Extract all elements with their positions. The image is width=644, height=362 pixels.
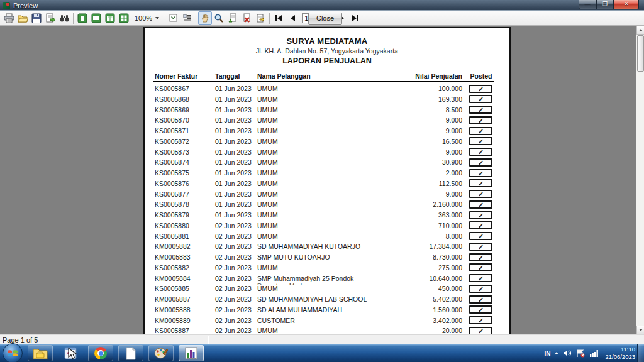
action-center-flag-icon[interactable] bbox=[576, 349, 585, 358]
screen: Preview — ❐ ✕ bbox=[0, 0, 644, 362]
toolbar-separator bbox=[196, 13, 196, 24]
view-two-pages-button[interactable] bbox=[103, 11, 117, 25]
posted-checkbox[interactable]: ✓ bbox=[469, 253, 492, 261]
page-settings-button[interactable] bbox=[253, 11, 267, 25]
posted-checkbox[interactable]: ✓ bbox=[469, 263, 492, 272]
posted-checkbox[interactable]: ✓ bbox=[469, 200, 492, 209]
posted-checkbox[interactable]: ✓ bbox=[469, 137, 492, 145]
toolbar-separator bbox=[73, 13, 74, 24]
cell-tanggal: 02 Jun 2023 bbox=[215, 264, 252, 272]
scroll-down-button[interactable] bbox=[636, 326, 644, 334]
posted-checkbox[interactable]: ✓ bbox=[469, 116, 492, 124]
posted-checkbox[interactable]: ✓ bbox=[469, 179, 492, 187]
table-row: KS0005878 01 Jun 2023 UMUM 2.160.000 ✓ bbox=[145, 199, 509, 210]
column-header-nilai: Nilai Penjualan bbox=[415, 72, 462, 80]
close-preview-button[interactable]: Close bbox=[308, 13, 342, 25]
posted-checkbox[interactable]: ✓ bbox=[469, 305, 492, 314]
cell-nama-pelanggan: UMUM bbox=[257, 169, 278, 177]
posted-checkbox[interactable]: ✓ bbox=[469, 211, 492, 219]
posted-checkbox[interactable]: ✓ bbox=[469, 221, 492, 229]
down-arrow-icon bbox=[639, 329, 643, 331]
prev-page-button[interactable] bbox=[286, 11, 299, 25]
table-row: KS0005882 02 Jun 2023 UMUM 275.000 ✓ bbox=[145, 263, 509, 273]
posted-checkbox[interactable]: ✓ bbox=[469, 95, 492, 103]
restore-button[interactable]: ❐ bbox=[596, 0, 614, 9]
cell-nomer-faktur: KM0005887 bbox=[155, 295, 191, 303]
taskbar-item-document[interactable] bbox=[118, 345, 143, 361]
scroll-up-button[interactable] bbox=[636, 26, 644, 35]
language-indicator[interactable]: IN bbox=[544, 350, 550, 357]
cell-nilai-penjualan: 16.500 bbox=[442, 138, 462, 145]
cell-nomer-faktur: KS0005876 bbox=[155, 180, 189, 187]
cell-nama-pelanggan: SMP MUTU KUTOARJO bbox=[257, 253, 330, 261]
hidden-icons-button[interactable] bbox=[555, 352, 558, 354]
export-icon bbox=[45, 13, 56, 23]
cell-nama-pelanggan: UMUM bbox=[257, 85, 278, 92]
cell-nilai-penjualan: 169.300 bbox=[438, 96, 462, 103]
cell-nama-pelanggan: UMUM bbox=[257, 116, 278, 124]
thumbnails-panel-button[interactable] bbox=[180, 11, 194, 25]
outline-panel-button[interactable] bbox=[166, 11, 180, 25]
cell-tanggal: 01 Jun 2023 bbox=[215, 138, 252, 145]
close-window-button[interactable]: ✕ bbox=[614, 0, 639, 9]
view-whole-page-button[interactable] bbox=[75, 11, 89, 25]
table-row: KS0005880 02 Jun 2023 UMUM 710.000 ✓ bbox=[145, 221, 509, 231]
vertical-scrollbar[interactable] bbox=[636, 26, 644, 334]
last-page-icon bbox=[352, 15, 359, 21]
hand-tool-button[interactable] bbox=[198, 11, 212, 25]
taskbar-item-chrome[interactable] bbox=[88, 345, 113, 361]
last-page-button[interactable] bbox=[348, 11, 362, 25]
posted-checkbox[interactable]: ✓ bbox=[469, 316, 492, 324]
print-button[interactable] bbox=[2, 11, 16, 25]
posted-checkbox[interactable]: ✓ bbox=[469, 274, 492, 282]
bar-chart-icon bbox=[185, 347, 197, 359]
find-button[interactable] bbox=[57, 11, 71, 25]
start-button[interactable] bbox=[3, 343, 23, 362]
posted-checkbox[interactable]: ✓ bbox=[469, 285, 492, 293]
add-page-button[interactable] bbox=[226, 11, 240, 25]
cell-nilai-penjualan: 2.000 bbox=[446, 169, 462, 177]
table-row: KS0005868 01 Jun 2023 UMUM 169.300 ✓ bbox=[145, 94, 509, 105]
export-button[interactable] bbox=[43, 11, 57, 25]
posted-checkbox[interactable]: ✓ bbox=[469, 243, 492, 251]
taskbar-item-explorer[interactable] bbox=[28, 345, 53, 361]
posted-checkbox[interactable]: ✓ bbox=[469, 232, 492, 240]
view-many-pages-button[interactable] bbox=[117, 11, 131, 25]
posted-checkbox[interactable]: ✓ bbox=[469, 295, 492, 304]
whole-page-icon bbox=[77, 13, 87, 23]
scrollbar-thumb[interactable] bbox=[637, 35, 644, 72]
cell-tanggal: 01 Jun 2023 bbox=[215, 116, 252, 124]
open-button[interactable] bbox=[16, 11, 30, 25]
show-desktop-button[interactable] bbox=[637, 344, 644, 362]
zoom-tool-button[interactable] bbox=[212, 11, 226, 25]
volume-icon[interactable] bbox=[563, 349, 572, 357]
taskbar-item-paint[interactable] bbox=[148, 345, 174, 361]
posted-checkbox[interactable]: ✓ bbox=[469, 190, 492, 198]
page-settings-icon bbox=[255, 13, 266, 23]
posted-checkbox[interactable]: ✓ bbox=[469, 106, 492, 114]
posted-checkbox[interactable]: ✓ bbox=[469, 169, 492, 177]
posted-checkbox[interactable]: ✓ bbox=[469, 327, 492, 334]
cell-nama-pelanggan: UMUM bbox=[257, 190, 278, 198]
preview-area: SURYA MEDIATAMA Jl. KH. A. Dahlan No. 57… bbox=[0, 26, 644, 334]
posted-checkbox[interactable]: ✓ bbox=[469, 148, 492, 156]
cell-nama-pelanggan: UMUM bbox=[257, 211, 278, 219]
save-button[interactable] bbox=[30, 11, 43, 25]
cell-nilai-penjualan: 30.900 bbox=[442, 158, 462, 166]
view-page-width-button[interactable] bbox=[89, 11, 103, 25]
posted-checkbox[interactable]: ✓ bbox=[469, 85, 492, 93]
table-row: KS0005872 01 Jun 2023 UMUM 16.500 ✓ bbox=[145, 136, 509, 147]
cell-tanggal: 02 Jun 2023 bbox=[215, 295, 252, 303]
cell-nilai-penjualan: 112.500 bbox=[439, 180, 462, 187]
zoom-dropdown[interactable]: 100% bbox=[132, 14, 162, 23]
first-page-button[interactable] bbox=[272, 11, 286, 25]
toolbar: 100% bbox=[0, 11, 644, 26]
explorer-folder-icon bbox=[33, 348, 48, 359]
minimize-button[interactable]: — bbox=[579, 0, 596, 9]
taskbar-item-report-app[interactable] bbox=[179, 345, 204, 361]
network-icon[interactable] bbox=[589, 349, 599, 357]
posted-checkbox[interactable]: ✓ bbox=[469, 127, 492, 135]
posted-checkbox[interactable]: ✓ bbox=[469, 158, 492, 167]
clock[interactable]: 11:10 21/06/2023 bbox=[605, 346, 635, 361]
delete-page-button[interactable] bbox=[240, 11, 253, 25]
